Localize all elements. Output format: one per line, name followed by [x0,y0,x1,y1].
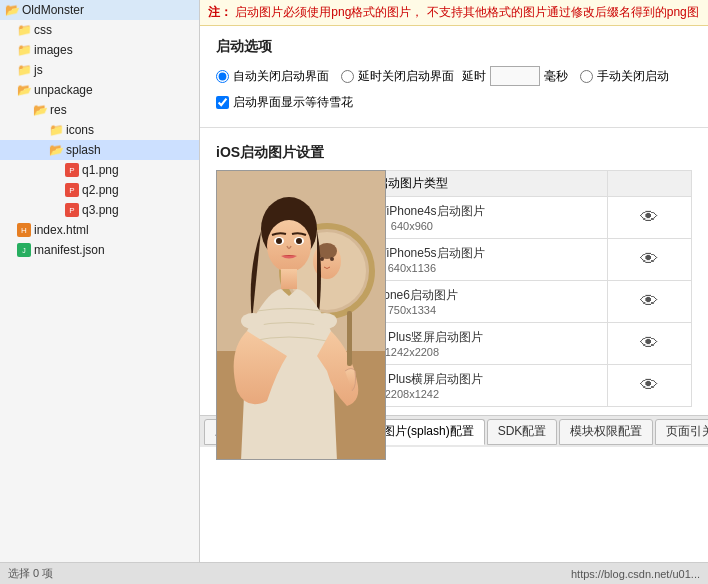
splash-options-section: 启动选项 自动关闭启动界面 延时关闭启动界面 延时 毫秒 手动关闭启动 [200,26,708,119]
eye-cell: 👁 [607,281,691,323]
radio-auto-close[interactable]: 自动关闭启动界面 [216,68,329,85]
folder-open-icon: 📂 [32,102,48,118]
ios-section-title: iOS启动图片设置 [216,144,692,162]
eye-icon[interactable]: 👁 [640,333,658,353]
svg-rect-17 [347,311,352,366]
tree-item-unpackage[interactable]: 📂 unpackage [0,80,199,100]
file-tree: 📂 OldMonster 📁 css 📁 images 📁 js 📂 unpac… [0,0,200,562]
radio-auto-close-label: 自动关闭启动界面 [233,68,329,85]
png-file-icon: P [64,202,80,218]
radio-auto-close-input[interactable] [216,70,229,83]
folder-open-icon: 📂 [16,82,32,98]
tree-item-q2[interactable]: P q2.png [0,180,199,200]
tab-page-rel[interactable]: 页面引关系 [655,419,708,445]
png-file-icon: P [64,182,80,198]
svg-rect-16 [281,269,297,289]
radio-manual-close[interactable]: 手动关闭启动 [580,68,669,85]
eye-icon[interactable]: 👁 [640,291,658,311]
splash-section-title: 启动选项 [216,38,692,56]
tree-item-res[interactable]: 📂 res [0,100,199,120]
eye-cell: 👁 [607,197,691,239]
preview-image-svg [217,171,386,460]
radio-delay-close-input[interactable] [341,70,354,83]
notice-text: 启动图片必须使用png格式的图片， [235,5,423,19]
notice-text2: 不支持其他格式的图片通过修改后缀名得到的png图 [427,5,699,19]
svg-point-11 [267,220,311,272]
radio-delay-close-label: 延时关闭启动界面 [358,68,454,85]
folder-open-icon: 📂 [4,2,20,18]
image-table-wrapper: 启动图片类型 iPhone4/iPhone4s启动图片 640x960 👁 [216,170,692,407]
radio-manual-close-input[interactable] [580,70,593,83]
preview-image-container [216,170,386,460]
tab-sdk-config[interactable]: SDK配置 [487,419,558,445]
svg-point-15 [296,238,302,244]
eye-icon[interactable]: 👁 [640,375,658,395]
status-selection: 选择 0 项 [8,566,53,581]
notice-label: 注： [208,5,232,19]
tree-item-css[interactable]: 📁 css [0,20,199,40]
svg-point-18 [241,313,265,329]
table-header-actions [607,171,691,197]
eye-icon[interactable]: 👁 [640,207,658,227]
snowflake-checkbox-row: 启动界面显示等待雪花 [216,94,692,111]
delay-label: 延时 [462,68,486,85]
tree-item-manifest[interactable]: J manifest.json [0,240,199,260]
snowflake-checkbox[interactable] [216,96,229,109]
tree-item-js[interactable]: 📁 js [0,60,199,80]
eye-cell: 👁 [607,239,691,281]
tree-item-icons[interactable]: 📁 icons [0,120,199,140]
svg-point-9 [330,257,334,261]
main-content: 注： 启动图片必须使用png格式的图片， 不支持其他格式的图片通过修改后缀名得到… [200,0,708,562]
delay-time-input[interactable] [490,66,540,86]
ios-section: iOS启动图片设置 [200,136,708,415]
status-bar: 选择 0 项 https://blog.csdn.net/u01... [0,562,708,584]
tree-item-images[interactable]: 📁 images [0,40,199,60]
tree-item-q1[interactable]: P q1.png [0,160,199,180]
radio-options-row: 自动关闭启动界面 延时关闭启动界面 延时 毫秒 手动关闭启动 [216,66,692,86]
svg-point-13 [276,238,282,244]
status-url: https://blog.csdn.net/u01... [571,568,700,580]
radio-delay-close[interactable]: 延时关闭启动界面 延时 毫秒 [341,66,568,86]
delay-unit-label: 毫秒 [544,68,568,85]
folder-icon: 📁 [16,22,32,38]
json-file-icon: J [16,242,32,258]
tree-item-splash[interactable]: 📂 splash [0,140,199,160]
radio-manual-close-label: 手动关闭启动 [597,68,669,85]
folder-icon: 📁 [16,62,32,78]
folder-icon: 📁 [16,42,32,58]
svg-point-8 [320,257,324,261]
html-file-icon: H [16,222,32,238]
tree-item-root[interactable]: 📂 OldMonster [0,0,199,20]
tab-module-perms[interactable]: 模块权限配置 [559,419,653,445]
notice-bar: 注： 启动图片必须使用png格式的图片， 不支持其他格式的图片通过修改后缀名得到… [200,0,708,26]
png-file-icon: P [64,162,80,178]
eye-cell: 👁 [607,323,691,365]
snowflake-checkbox-label: 启动界面显示等待雪花 [233,94,353,111]
eye-icon[interactable]: 👁 [640,249,658,269]
svg-point-19 [313,313,337,329]
eye-cell: 👁 [607,365,691,407]
folder-icon: 📁 [48,122,64,138]
tree-item-q3[interactable]: P q3.png [0,200,199,220]
section-divider [200,127,708,128]
tree-item-index-html[interactable]: H index.html [0,220,199,240]
folder-open-icon: 📂 [48,142,64,158]
